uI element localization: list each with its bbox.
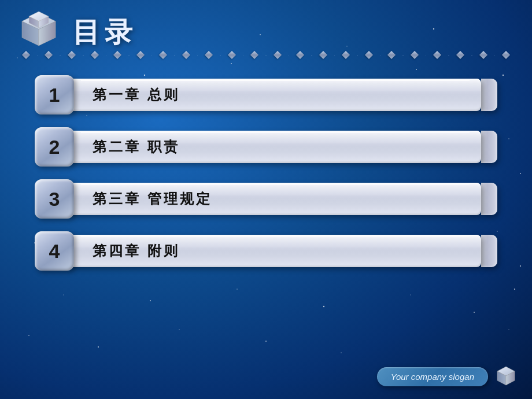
menu-label-3: 第三章 管理规定	[93, 190, 212, 208]
dot-diamond	[502, 51, 510, 59]
svg-point-41	[341, 352, 341, 353]
slogan-cube-icon	[494, 364, 518, 389]
menu-item-4[interactable]: 4 第四章 附则	[35, 231, 497, 271]
page-title: 目录	[72, 14, 137, 51]
dot-diamond	[22, 51, 30, 59]
dot-diamond	[479, 51, 487, 59]
svg-point-33	[237, 289, 238, 290]
dot-diamond	[228, 51, 236, 59]
dot-diamond	[136, 51, 145, 59]
menu-bar-2: 第二章 职责	[69, 131, 481, 163]
menu-number-4: 4	[35, 231, 74, 271]
svg-point-10	[503, 75, 504, 76]
menu-bar-4: 第四章 附则	[69, 235, 481, 267]
decorative-dots-row	[0, 52, 532, 58]
svg-point-38	[98, 346, 99, 348]
dot-diamond	[296, 51, 304, 59]
dot-diamond	[182, 51, 190, 59]
svg-point-35	[410, 294, 411, 295]
dot-diamond	[274, 51, 282, 59]
logo-cube-icon	[17, 10, 61, 54]
dot-diamond	[68, 51, 76, 59]
slogan-text: Your company slogan	[377, 367, 488, 386]
menu-bar-cap-2	[481, 131, 497, 163]
dot-diamond	[45, 51, 53, 59]
menu-label-2: 第二章 职责	[93, 138, 180, 156]
svg-point-40	[265, 341, 267, 342]
menu-bar-1: 第一章 总则	[69, 79, 481, 111]
menu-number-3: 3	[35, 179, 74, 219]
svg-point-17	[508, 138, 509, 139]
svg-point-31	[63, 294, 64, 295]
svg-point-44	[514, 289, 515, 290]
svg-point-36	[474, 312, 475, 313]
svg-point-30	[520, 265, 521, 267]
menu-bar-cap-4	[481, 235, 497, 267]
svg-point-39	[179, 329, 180, 330]
dot-diamond	[205, 51, 213, 59]
dot-diamond	[250, 51, 258, 59]
menu-number-2: 2	[35, 127, 74, 167]
svg-point-45	[508, 329, 509, 330]
dot-diamond	[411, 51, 419, 59]
menu-bar-cap-3	[481, 183, 497, 215]
dot-diamond	[342, 51, 350, 59]
dot-diamond	[387, 51, 396, 59]
slogan-area: Your company slogan	[377, 364, 518, 389]
dot-diamond	[159, 51, 167, 59]
dot-diamond	[319, 51, 327, 59]
menu-item-2[interactable]: 2 第二章 职责	[35, 127, 497, 167]
svg-point-32	[150, 300, 151, 301]
menu-bar-cap-1	[481, 79, 497, 111]
svg-point-34	[323, 306, 324, 307]
svg-point-37	[28, 335, 29, 336]
dot-diamond	[433, 51, 441, 59]
menu-label-1: 第一章 总则	[93, 86, 180, 104]
dot-diamond	[90, 51, 98, 59]
menu-number-1: 1	[35, 75, 74, 114]
menu-item-3[interactable]: 3 第三章 管理规定	[35, 179, 497, 219]
menu-item-1[interactable]: 1 第一章 总则	[35, 75, 497, 114]
menu-bar-3: 第三章 管理规定	[69, 183, 481, 215]
dot-diamond	[365, 51, 373, 59]
menu-label-4: 第四章 附则	[93, 242, 180, 260]
svg-point-8	[416, 69, 417, 70]
dot-diamond	[456, 51, 464, 59]
svg-point-42	[520, 173, 521, 174]
menu-list: 1 第一章 总则 2 第二章 职责 3 第三章 管理规定 4 第四章 附则	[35, 75, 497, 283]
dot-diamond	[113, 51, 121, 59]
